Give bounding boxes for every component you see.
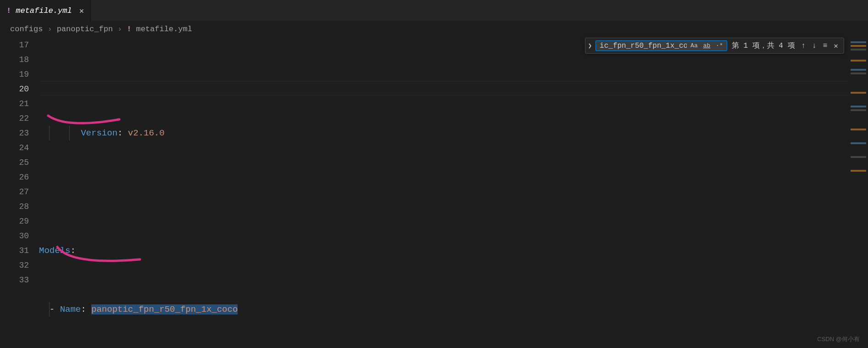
yaml-icon: ! (127, 25, 131, 34)
expand-replace-icon[interactable]: ❯ (587, 40, 593, 51)
find-input-wrap: Aa ab ·* (595, 40, 727, 51)
regex-toggle[interactable]: ·* (714, 41, 725, 50)
prev-match-icon[interactable]: ↑ (800, 41, 808, 51)
line-gutter: 17181920 2122232425 2627282930 313233 (0, 37, 39, 348)
close-find-icon[interactable]: ✕ (832, 40, 840, 51)
find-input[interactable] (600, 42, 687, 50)
yaml-key: Models (39, 246, 70, 256)
breadcrumb-separator: › (117, 25, 122, 34)
match-count: 第 1 项，共 4 项 (730, 41, 797, 51)
yaml-key: Name (60, 304, 81, 314)
code-editor[interactable]: 17181920 2122232425 2627282930 313233 Ve… (0, 37, 868, 348)
breadcrumb-part[interactable]: panoptic_fpn (57, 25, 113, 34)
find-widget[interactable]: ❯ Aa ab ·* 第 1 项，共 4 项 ↑ ↓ ≡ ✕ (585, 38, 844, 54)
watermark: CSDN @何小有 (817, 335, 860, 343)
yaml-icon: ! (6, 6, 11, 15)
breadcrumb-file[interactable]: metafile.yml (136, 25, 192, 34)
next-match-icon[interactable]: ↓ (810, 41, 818, 51)
breadcrumb-part[interactable]: configs (10, 25, 43, 34)
match-case-toggle[interactable]: Aa (689, 41, 700, 50)
breadcrumb[interactable]: configs › panoptic_fpn › ! metafile.yml (0, 21, 868, 37)
breadcrumb-separator: › (47, 25, 52, 34)
tab-bar: ! metafile.yml ✕ (0, 0, 868, 21)
whole-word-toggle[interactable]: ab (701, 41, 712, 50)
yaml-value: v2.16.0 (128, 128, 165, 138)
tab-filename: metafile.yml (16, 6, 72, 15)
code-area[interactable]: Version: v2.16.0 Models: - Name: panopti… (39, 37, 868, 348)
minimap[interactable] (849, 37, 868, 348)
yaml-value: panoptic_fpn_r50_fpn_1x_coco (91, 304, 238, 314)
editor-tab[interactable]: ! metafile.yml ✕ (0, 0, 91, 21)
yaml-key: Version (81, 128, 117, 138)
find-in-selection-icon[interactable]: ≡ (821, 41, 829, 51)
close-icon[interactable]: ✕ (79, 6, 84, 16)
